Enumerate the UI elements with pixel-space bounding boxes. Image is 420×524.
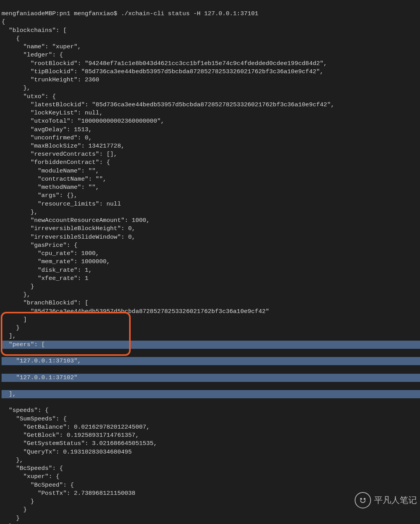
json-line: },	[2, 291, 30, 298]
watermark: 平凡人笔记	[355, 492, 417, 508]
json-line: "GetBlock": 0.19258931714761357,	[2, 432, 139, 439]
json-line: "xuper": {	[2, 473, 60, 480]
json-line: }	[2, 283, 34, 290]
watermark-text: 平凡人笔记	[374, 494, 417, 506]
json-line: "lockKeyList": null,	[2, 109, 103, 116]
json-line: "utxoTotal": "100000000002360000000",	[2, 118, 164, 125]
json-line: "args": {},	[2, 192, 77, 199]
prompt-line: mengfaniaodeMBP:pn1 mengfanxiao$ ./xchai…	[2, 10, 258, 17]
json-line: "methodName": "",	[2, 184, 99, 191]
json-line: "maxBlockSize": 134217728,	[2, 142, 124, 149]
json-line: "latestBlockid": "85d736ca3ee44bedb53957…	[2, 101, 334, 108]
json-line: "contractName": "",	[2, 176, 107, 183]
json-line: {	[2, 35, 20, 42]
json-line: "gasPrice": {	[2, 242, 77, 249]
json-line: }	[2, 324, 20, 331]
json-line-highlighted: "127.0.0.1:37103",	[2, 357, 420, 365]
json-line: "irreversibleSlideWindow": 0,	[2, 234, 135, 241]
json-line-highlighted: "peers": [	[2, 341, 420, 349]
json-line: "unconfirmed": 0,	[2, 134, 92, 141]
json-line: "rootBlockid": "94248ef7a1c1e8b043d4621c…	[2, 60, 327, 67]
json-line: "forbiddenContract": {	[2, 159, 110, 166]
json-line: "branchBlockid": [	[2, 299, 88, 306]
json-line: ]	[2, 316, 27, 323]
json-line: }	[2, 498, 34, 505]
json-line: "cpu_rate": 1000,	[2, 250, 99, 257]
json-line: "PostTx": 2.738968121150038	[2, 490, 135, 497]
json-line: },	[2, 84, 30, 91]
json-line: "newAccountResourceAmount": 1000,	[2, 217, 150, 224]
json-line: "speeds": {	[2, 407, 49, 414]
json-line: "utxo": {	[2, 93, 56, 100]
json-line: "BcSpeed": {	[2, 482, 74, 489]
json-line: "SumSpeeds": {	[2, 415, 66, 422]
json-line: "QueryTx": 0.19310283034680495	[2, 448, 132, 455]
json-line: "reservedContracts": [],	[2, 151, 117, 158]
command-text: ./xchain-cli status -H 127.0.0.1:37101	[121, 10, 258, 17]
json-line: ],	[2, 332, 16, 339]
json-line: "85d736ca3ee44bedb53957d5bcbda8728527825…	[2, 308, 269, 315]
json-line: "trunkHeight": 2360	[2, 76, 99, 83]
json-line: "GetSystemStatus": 3.021686645051535,	[2, 440, 157, 447]
terminal-output[interactable]: mengfaniaodeMBP:pn1 mengfanxiao$ ./xchai…	[0, 0, 420, 524]
json-line: "BcSpeeds": {	[2, 465, 63, 472]
json-line: {	[2, 18, 5, 25]
json-line: "xfee_rate": 1	[2, 275, 88, 282]
json-line: },	[2, 209, 38, 216]
json-line: "ledger": {	[2, 51, 63, 58]
prompt-user: mengfaniaodeMBP:pn1 mengfanxiao$	[2, 10, 121, 17]
json-line: },	[2, 457, 23, 464]
json-line-highlighted: "127.0.0.1:37102"	[2, 374, 420, 382]
json-line: "moduleName": "",	[2, 167, 99, 174]
json-line-highlighted: ],	[2, 390, 420, 398]
json-line: }	[2, 515, 20, 522]
json-line: "irreversibleBlockHeight": 0,	[2, 225, 135, 232]
json-line: "avgDelay": 1513,	[2, 126, 92, 133]
wechat-icon	[355, 492, 371, 508]
json-line: "disk_rate": 1,	[2, 267, 92, 274]
json-line: "blockchains": [	[2, 27, 66, 34]
json-line: "tipBlockid": "85d736ca3ee44bedb53957d5b…	[2, 68, 324, 75]
json-line: }	[2, 506, 27, 513]
json-line: "GetBalance": 0.021629782012245007,	[2, 424, 150, 431]
json-line: "resource_limits": null	[2, 200, 121, 207]
json-line: "name": "xuper",	[2, 43, 81, 50]
json-line: "mem_rate": 1000000,	[2, 258, 110, 265]
